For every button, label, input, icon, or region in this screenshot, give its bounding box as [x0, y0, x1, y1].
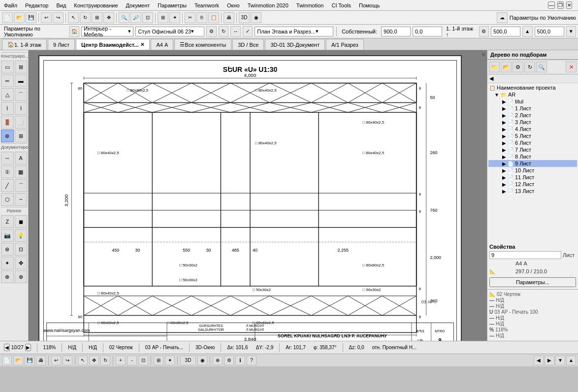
params-button[interactable]: Параметры...: [489, 277, 576, 287]
interior-dropdown[interactable]: Интерьер - Мебель▾: [81, 27, 133, 36]
tab-3d-doc[interactable]: 3D-01 3D-Документ: [265, 39, 325, 50]
bt-expand-button[interactable]: ▲: [566, 356, 576, 365]
render-button[interactable]: ◉: [251, 12, 261, 23]
tab-a4[interactable]: A4 А: [151, 39, 173, 50]
bt-arrow-right[interactable]: ▶: [545, 356, 554, 365]
tab-floor1[interactable]: 🏠 1. 1-й этаж: [2, 39, 47, 50]
shell-tool[interactable]: ⌒: [15, 88, 28, 101]
tab-center[interactable]: Центр Взаимодейст... ✕: [76, 39, 150, 50]
bt-save-button[interactable]: 💾: [25, 356, 34, 365]
zoom-out-button[interactable]: 🔎: [130, 12, 141, 23]
save-button[interactable]: 💾: [26, 12, 36, 23]
menu-document[interactable]: Документ: [124, 1, 152, 9]
tree-sheet3[interactable]: ▶ 📄 3 Лист: [488, 119, 577, 126]
undo-button[interactable]: ↩: [41, 12, 52, 23]
column-tool[interactable]: ⊞: [15, 61, 28, 73]
menu-construct[interactable]: Конструирование: [72, 1, 120, 9]
tree-open-button[interactable]: 📂: [501, 62, 512, 72]
tree-search-button[interactable]: 🔍: [536, 62, 547, 72]
up-button[interactable]: ▲: [522, 26, 532, 37]
restore-button[interactable]: ❐: [557, 1, 564, 9]
bt-open-button[interactable]: 📂: [13, 356, 23, 365]
mesh-tool[interactable]: ⊡: [15, 243, 28, 256]
menu-params[interactable]: Параметры: [156, 1, 189, 9]
bt-collapse-button[interactable]: ▼: [555, 356, 565, 365]
floor-selector[interactable]: 🏠: [69, 26, 79, 37]
menu-teamwork[interactable]: Teamwork: [193, 1, 221, 9]
copy-button[interactable]: ⎘: [196, 12, 207, 23]
select-button[interactable]: ↖: [68, 12, 79, 23]
obj-settings-button[interactable]: ⚙: [206, 26, 216, 37]
drawing-close-icon[interactable]: ✕: [481, 51, 486, 58]
paste-button[interactable]: 📋: [208, 12, 219, 23]
menu-view[interactable]: Вид: [54, 1, 68, 9]
menu-citools[interactable]: CI Tools: [329, 1, 353, 9]
bt-redo-button[interactable]: ↪: [63, 356, 72, 365]
misc-btn3[interactable]: ⊕: [1, 270, 14, 283]
move-button[interactable]: ✥: [103, 12, 114, 23]
down-button[interactable]: ▼: [566, 26, 576, 37]
prop-num-input[interactable]: [489, 251, 561, 259]
tree-expand-toggle[interactable]: ◀: [487, 74, 578, 83]
tree-titul-item[interactable]: ▶ 📄 titul: [488, 98, 577, 105]
width-input[interactable]: [381, 27, 411, 36]
beam-tool[interactable]: ═: [1, 74, 14, 87]
next-page-button[interactable]: ▶: [25, 344, 31, 351]
fill-tool[interactable]: ◼: [15, 215, 28, 228]
new-button[interactable]: 📄: [2, 12, 13, 23]
line-tool[interactable]: ╱: [1, 179, 14, 192]
furniture-dropdown[interactable]: Стул Офисный 06 23▾: [135, 27, 204, 36]
bt-settings-button[interactable]: ⚙: [224, 356, 234, 365]
menu-window[interactable]: Окно: [225, 1, 242, 9]
bt-move-button[interactable]: ✥: [89, 356, 99, 365]
tree-sheet5[interactable]: ▶ 📄 5 Лист: [488, 132, 577, 139]
light-tool[interactable]: 💡: [15, 229, 28, 242]
tree-add-button[interactable]: 📁: [489, 62, 500, 72]
tree-sheet2[interactable]: ▶ 📄 2 Лист: [488, 112, 577, 119]
zoom-in-button[interactable]: 🔍: [119, 12, 129, 23]
bt-select-button[interactable]: ↖: [78, 356, 88, 365]
cut-button[interactable]: ✂: [185, 12, 195, 23]
tree-sheet4[interactable]: ▶ 📄 4 Лист: [488, 126, 577, 132]
slab-tool[interactable]: ▬: [15, 74, 28, 87]
tree-sheet13[interactable]: ▶ 📄 13 Лист: [488, 188, 577, 195]
bt-zoom-in-button[interactable]: +: [116, 356, 126, 365]
tree-sheet7[interactable]: ▶ 📄 7 Лист: [488, 146, 577, 153]
zone-tool[interactable]: Z: [1, 215, 14, 228]
tree-ar-item[interactable]: ▼ 📁 AR: [488, 91, 577, 98]
hatch-tool[interactable]: ▦: [15, 165, 28, 178]
roof-tool[interactable]: △: [1, 88, 14, 101]
bt-3d-button[interactable]: 3D: [180, 356, 196, 365]
bt-render-button[interactable]: ◉: [197, 356, 207, 365]
bt-grid-button[interactable]: ⊞: [154, 356, 163, 365]
drawing-area[interactable]: SԵUR «U» U1:30: [29, 50, 487, 341]
obj-mirror-button[interactable]: ↔: [230, 26, 240, 37]
poly-tool[interactable]: ⬡: [1, 193, 14, 206]
bt-zoom-fit-button[interactable]: ⊡: [138, 356, 148, 365]
label-tool[interactable]: ①: [1, 165, 14, 178]
object-tool[interactable]: ⊛: [1, 130, 14, 142]
bt-snap-button[interactable]: ✦: [165, 356, 175, 365]
tree-settings-button[interactable]: ⚙: [513, 62, 523, 72]
zoom-fit-button[interactable]: ⊡: [142, 12, 153, 23]
bt-print-button[interactable]: 🖶: [36, 356, 46, 365]
menu-edit[interactable]: Редактор: [23, 1, 50, 9]
print-button[interactable]: 🖶: [224, 12, 234, 23]
tree-close-button[interactable]: ✕: [566, 62, 577, 72]
spline-tool[interactable]: ~: [15, 193, 28, 206]
open-button[interactable]: 📂: [14, 12, 25, 23]
tab-all-components[interactable]: ☰ Все компоненты: [174, 39, 231, 50]
arc-tool[interactable]: ⌒: [15, 179, 28, 192]
bt-undo-button[interactable]: ↩: [51, 356, 61, 365]
tree-sheet12[interactable]: ▶ 📄 12 Лист: [488, 181, 577, 188]
tree-sheet1[interactable]: ▶ 📄 1 Лист: [488, 105, 577, 112]
tree-sheet11[interactable]: ▶ 📄 11 Лист: [488, 174, 577, 181]
snap-button[interactable]: ✦: [169, 12, 180, 23]
redo-button[interactable]: ↪: [53, 12, 64, 23]
3d-button[interactable]: 3D: [239, 12, 250, 23]
prev-page-button[interactable]: ◀: [4, 344, 10, 351]
tree-sheet9-selected[interactable]: ▶ 📄 9 Лист: [488, 160, 577, 167]
tab-center-close[interactable]: ✕: [140, 42, 144, 47]
misc-btn4[interactable]: ⊗: [15, 270, 28, 283]
cloud-button[interactable]: ☁: [497, 12, 508, 23]
